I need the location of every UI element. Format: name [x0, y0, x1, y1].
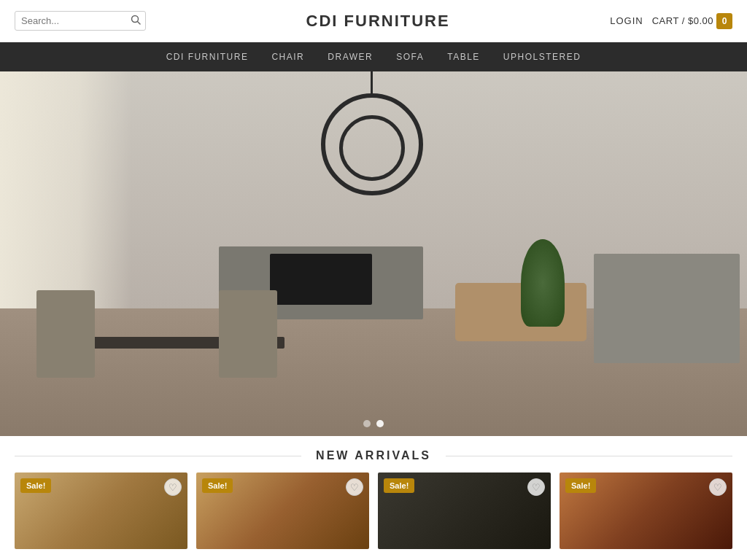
- slider-dot-2[interactable]: [376, 420, 384, 427]
- site-title: CDI FURNITURE: [306, 12, 450, 31]
- tv-screen: [270, 254, 372, 305]
- header-right: LOGIN CART / $0.00 0: [610, 13, 732, 29]
- product-card-3[interactable]: Sale! ♡: [378, 472, 551, 549]
- section-header: NEW ARRIVALS: [15, 449, 732, 462]
- product-grid: Sale! ♡ Sale! ♡ Sale! ♡ Sale! ♡: [15, 472, 732, 549]
- nav-item-sofa[interactable]: SOFA: [396, 52, 424, 62]
- pendant-light: [314, 71, 430, 217]
- wishlist-icon-3[interactable]: ♡: [527, 478, 545, 496]
- wishlist-icon-1[interactable]: ♡: [164, 478, 182, 496]
- cart-text: CART / $0.00: [652, 15, 713, 26]
- slider-dots: [363, 420, 384, 427]
- product-card-4[interactable]: Sale! ♡: [560, 472, 732, 549]
- search-button[interactable]: [131, 15, 141, 27]
- main-nav: CDI FURNITURE CHAIR DRAWER SOFA TABLE UP…: [0, 42, 747, 71]
- svg-line-1: [138, 22, 141, 25]
- hero-scene: [0, 71, 747, 436]
- nav-item-cdi-furniture[interactable]: CDI FURNITURE: [166, 52, 249, 62]
- cart-area[interactable]: CART / $0.00 0: [652, 13, 732, 29]
- nav-item-table[interactable]: TABLE: [447, 52, 480, 62]
- product-card-1[interactable]: Sale! ♡: [15, 472, 187, 549]
- wishlist-icon-4[interactable]: ♡: [709, 478, 727, 496]
- chair-right: [219, 290, 277, 378]
- cart-badge: 0: [716, 13, 732, 29]
- dresser: [594, 254, 740, 363]
- new-arrivals-section: NEW ARRIVALS Sale! ♡ Sale! ♡ Sale! ♡ Sal…: [0, 436, 747, 560]
- hero-slider: [0, 71, 747, 436]
- chair-left: [36, 290, 95, 378]
- product-card-2[interactable]: Sale! ♡: [196, 472, 369, 549]
- section-line-left: [15, 456, 301, 456]
- site-header: CDI FURNITURE LOGIN CART / $0.00 0: [0, 0, 747, 42]
- section-line-right: [446, 456, 732, 456]
- slider-dot-1[interactable]: [363, 420, 371, 427]
- search-container: [15, 11, 146, 31]
- search-input[interactable]: [21, 15, 131, 26]
- sale-badge-2: Sale!: [202, 478, 233, 493]
- plant: [521, 239, 565, 327]
- sale-badge-4: Sale!: [565, 478, 596, 493]
- nav-item-drawer[interactable]: DRAWER: [328, 52, 373, 62]
- nav-item-chair[interactable]: CHAIR: [271, 52, 304, 62]
- wishlist-icon-2[interactable]: ♡: [346, 478, 363, 496]
- pendant-inner-ring: [339, 115, 405, 181]
- login-link[interactable]: LOGIN: [610, 15, 643, 26]
- section-title: NEW ARRIVALS: [301, 449, 446, 462]
- sale-badge-3: Sale!: [384, 478, 414, 493]
- sale-badge-1: Sale!: [20, 478, 51, 493]
- nav-item-upholstered[interactable]: UPHOLSTERED: [503, 52, 581, 62]
